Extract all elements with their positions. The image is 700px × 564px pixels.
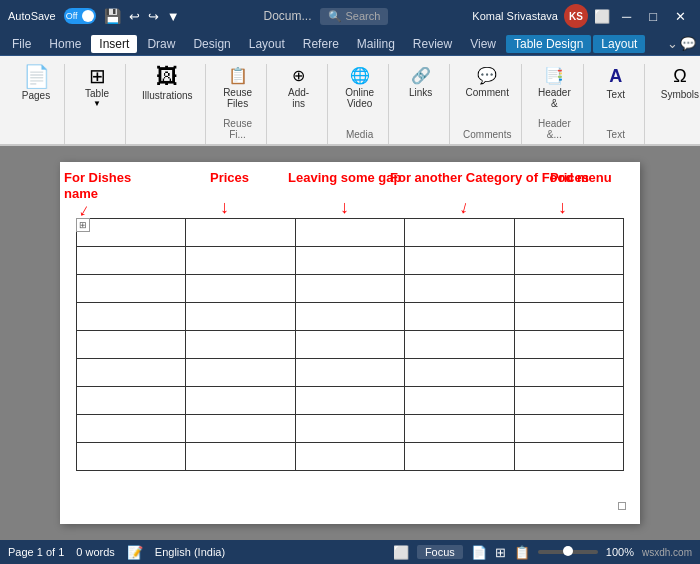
table-cell[interactable] — [405, 359, 514, 387]
redo-icon[interactable]: ↪ — [148, 9, 159, 24]
pages-icon: 📄 — [23, 66, 50, 88]
menu-view[interactable]: View — [462, 35, 504, 53]
table-cell[interactable] — [186, 387, 295, 415]
table-cell[interactable] — [405, 331, 514, 359]
table-cell[interactable] — [186, 219, 295, 247]
view-icon1[interactable]: 📄 — [471, 545, 487, 560]
table-cell[interactable] — [77, 443, 186, 471]
ribbon-btn-links[interactable]: 🔗 Links — [401, 64, 441, 100]
table-cell[interactable] — [186, 415, 295, 443]
menu-review[interactable]: Review — [405, 35, 460, 53]
menu-design[interactable]: Design — [185, 35, 238, 53]
ribbon-btn-illustrations[interactable]: 🖼 Illustrations — [138, 64, 197, 103]
layout-icon[interactable]: 📋 — [514, 545, 530, 560]
table-cell[interactable] — [405, 387, 514, 415]
table-cell[interactable] — [405, 247, 514, 275]
table-cell[interactable] — [186, 331, 295, 359]
table-cell[interactable] — [405, 415, 514, 443]
table-cell[interactable] — [77, 415, 186, 443]
ribbon-btn-header[interactable]: 📑 Header & — [534, 64, 575, 111]
doc-table[interactable] — [76, 218, 624, 471]
table-cell[interactable] — [514, 275, 623, 303]
menu-mailings[interactable]: Mailing — [349, 35, 403, 53]
table-cell[interactable] — [77, 275, 186, 303]
autosave-toggle[interactable]: Off — [64, 8, 96, 24]
customize-icon[interactable]: ▼ — [167, 9, 180, 24]
table-cell[interactable] — [514, 415, 623, 443]
menu-file[interactable]: File — [4, 35, 39, 53]
ribbon-btn-video[interactable]: 🌐 OnlineVideo — [340, 64, 380, 111]
table-cell[interactable] — [514, 303, 623, 331]
table-cell[interactable] — [186, 275, 295, 303]
table-cell[interactable] — [514, 219, 623, 247]
table-cell[interactable] — [514, 359, 623, 387]
ribbon-group-media: 🌐 OnlineVideo Media — [332, 64, 389, 144]
table-cell[interactable] — [186, 443, 295, 471]
maximize-button[interactable]: □ — [643, 9, 663, 24]
table-cell[interactable] — [186, 247, 295, 275]
table-cell[interactable] — [295, 443, 404, 471]
table-move-handle[interactable]: ⊞ — [76, 218, 90, 232]
table-row — [77, 219, 624, 247]
search-bar[interactable]: 🔍 Search — [320, 8, 389, 25]
close-button[interactable]: ✕ — [669, 9, 692, 24]
ribbon-group-addins: ⊕ Add-ins — [271, 64, 328, 144]
menu-layout[interactable]: Layout — [241, 35, 293, 53]
table-cell[interactable] — [77, 247, 186, 275]
save-icon[interactable]: 💾 — [104, 8, 121, 24]
header-group-label: Header &... — [534, 118, 575, 140]
annot-prices1-arrow: ↓ — [220, 197, 229, 218]
ribbon-btn-text[interactable]: A Text — [596, 64, 636, 102]
table-cell[interactable] — [295, 219, 404, 247]
table-cell[interactable] — [295, 387, 404, 415]
table-cell[interactable] — [186, 359, 295, 387]
share-icon[interactable]: ⬜ — [594, 9, 610, 24]
table-cell[interactable] — [514, 247, 623, 275]
table-cell[interactable] — [405, 443, 514, 471]
view-icon2[interactable]: ⊞ — [495, 545, 506, 560]
document-page[interactable]: For Dishesname ↓ Prices ↓ Leaving some g… — [60, 162, 640, 524]
undo-icon[interactable]: ↩ — [129, 9, 140, 24]
ribbon-btn-pages[interactable]: 📄 Pages — [16, 64, 56, 103]
zoom-slider[interactable] — [538, 550, 598, 554]
table-cell[interactable] — [514, 443, 623, 471]
table-cell[interactable] — [77, 387, 186, 415]
menu-draw[interactable]: Draw — [139, 35, 183, 53]
table-cell[interactable] — [405, 219, 514, 247]
table-cell[interactable] — [186, 303, 295, 331]
table-cell[interactable] — [514, 387, 623, 415]
table-cell[interactable] — [405, 303, 514, 331]
table-cell[interactable] — [295, 415, 404, 443]
table-cell[interactable] — [295, 359, 404, 387]
table-cell[interactable] — [295, 247, 404, 275]
table-cell[interactable] — [77, 331, 186, 359]
table-cell[interactable] — [77, 303, 186, 331]
menu-table-design[interactable]: Table Design — [506, 35, 591, 53]
ribbon-display-icon[interactable]: ⌄ — [667, 36, 678, 51]
comment-icon[interactable]: 💬 — [680, 36, 696, 51]
table-cell[interactable] — [295, 275, 404, 303]
table-cell[interactable] — [295, 331, 404, 359]
comment-ribbon-icon: 💬 — [477, 66, 497, 85]
ribbon-btn-reuse[interactable]: 📋 ReuseFiles — [218, 64, 258, 111]
addins-icon: ⊕ — [292, 66, 305, 85]
table-resize-handle[interactable] — [618, 502, 626, 510]
ribbon-btn-comment[interactable]: 💬 Comment — [462, 64, 513, 100]
table-cell[interactable] — [77, 359, 186, 387]
table-cell[interactable] — [295, 303, 404, 331]
menu-home[interactable]: Home — [41, 35, 89, 53]
table-cell[interactable] — [77, 219, 186, 247]
focus-label[interactable]: Focus — [417, 545, 463, 559]
ribbon-btn-symbols[interactable]: Ω Symbols — [657, 64, 700, 102]
table-cell[interactable] — [514, 331, 623, 359]
menu-insert[interactable]: Insert — [91, 35, 137, 53]
menu-references[interactable]: Refere — [295, 35, 347, 53]
proofing-icon[interactable]: 📝 — [127, 545, 143, 560]
table-cell[interactable] — [405, 275, 514, 303]
ribbon-btn-table[interactable]: ⊞ Table ▼ — [77, 64, 117, 110]
menu-table-layout[interactable]: Layout — [593, 35, 645, 53]
minimize-button[interactable]: ─ — [616, 9, 637, 24]
ribbon-group-symbols: Ω Symbols — [649, 64, 700, 144]
ribbon-btn-addins[interactable]: ⊕ Add-ins — [279, 64, 319, 111]
accessibility-icon[interactable]: ⬜ — [393, 545, 409, 560]
